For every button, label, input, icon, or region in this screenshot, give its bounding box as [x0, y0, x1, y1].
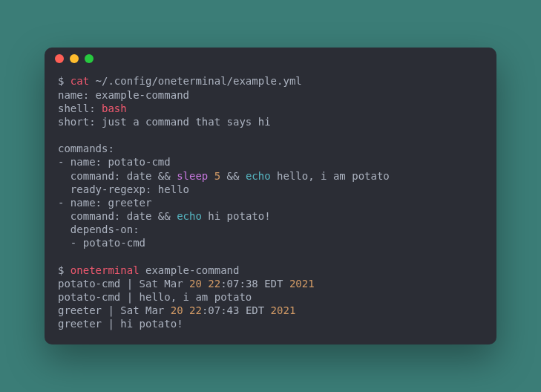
output-line: - name: potato-cmd [58, 155, 483, 169]
output-line: name: example-command [58, 88, 483, 102]
output-line: greeter | hi potato! [58, 317, 483, 330]
shell-value: bash [102, 102, 127, 114]
output-line: depends-on: [58, 223, 483, 236]
builtin-echo: echo [246, 170, 271, 182]
output-line: command: date && echo hi potato! [58, 209, 483, 223]
window-titlebar [45, 48, 496, 70]
command-oneterminal: oneterminal [71, 264, 140, 276]
keyword-sleep: sleep [177, 170, 208, 182]
output-line: short: just a command that says hi [58, 115, 483, 128]
output-line: command: date && sleep 5 && echo hello, … [58, 169, 483, 183]
prompt-symbol: $ [58, 264, 71, 276]
command-line: $ oneterminal example-command [58, 264, 483, 277]
output-line: commands: [58, 142, 483, 155]
command-arg: example-command [140, 264, 240, 276]
prompt-symbol: $ [58, 75, 71, 87]
output-line: - name: greeter [58, 196, 483, 209]
output-line: potato-cmd | Sat Mar 20 22:07:38 EDT 202… [58, 277, 483, 290]
number-literal: 5 [214, 170, 220, 182]
blank-line [58, 128, 483, 142]
command-line: $ cat ~/.config/oneterminal/example.yml [58, 74, 483, 88]
close-icon[interactable] [55, 54, 64, 63]
command-arg: ~/.config/oneterminal/example.yml [89, 75, 302, 87]
output-line: greeter | Sat Mar 20 22:07:43 EDT 2021 [58, 304, 483, 317]
output-line: shell: bash [58, 102, 483, 115]
output-line: potato-cmd | hello, i am potato [58, 290, 483, 304]
terminal-body[interactable]: $ cat ~/.config/oneterminal/example.yml … [45, 70, 496, 330]
maximize-icon[interactable] [85, 54, 94, 63]
blank-line [58, 250, 483, 264]
minimize-icon[interactable] [70, 54, 79, 63]
output-line: ready-regexp: hello [58, 183, 483, 196]
terminal-window: $ cat ~/.config/oneterminal/example.yml … [45, 48, 496, 344]
output-line: - potato-cmd [58, 236, 483, 249]
command-cat: cat [71, 75, 89, 87]
builtin-echo: echo [177, 210, 202, 222]
